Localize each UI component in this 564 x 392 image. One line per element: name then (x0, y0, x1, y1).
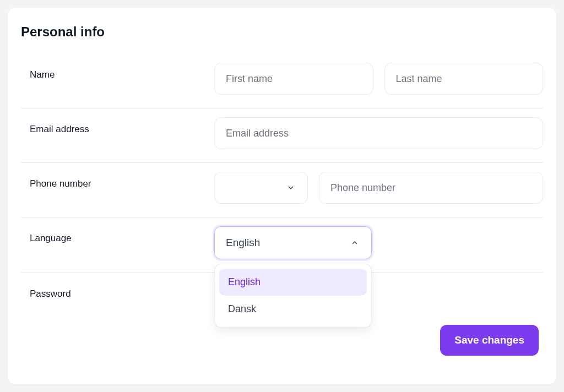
language-select[interactable]: English (214, 226, 372, 259)
email-label: Email address (30, 117, 214, 135)
phone-country-code (214, 172, 308, 204)
password-label: Password (30, 282, 214, 300)
phone-fields (214, 172, 543, 204)
language-option-english[interactable]: English (219, 269, 367, 296)
row-phone: Phone number (21, 163, 543, 217)
language-option-dansk[interactable]: Dansk (219, 296, 367, 323)
first-name-input[interactable] (214, 63, 373, 95)
language-dropdown: English Dansk (214, 264, 372, 328)
chevron-up-icon (349, 237, 360, 248)
personal-info-card: Personal info Name Email address Phone n… (8, 8, 556, 384)
row-language: Language English English Dansk (21, 217, 543, 273)
row-email: Email address (21, 108, 543, 163)
page-title: Personal info (21, 24, 543, 40)
name-fields (214, 63, 543, 95)
save-changes-button[interactable]: Save changes (440, 325, 539, 356)
row-name: Name (21, 54, 543, 108)
name-label: Name (30, 63, 214, 80)
phone-label: Phone number (30, 172, 214, 189)
chevron-down-icon (285, 182, 296, 193)
phone-input[interactable] (319, 172, 543, 204)
phone-code-select[interactable] (214, 172, 308, 204)
language-selected-value: English (226, 237, 260, 249)
email-input[interactable] (214, 117, 543, 149)
language-field: English English Dansk (214, 226, 372, 259)
language-fields: English English Dansk (214, 226, 543, 259)
last-name-input[interactable] (384, 63, 544, 95)
language-label: Language (30, 226, 214, 244)
email-fields (214, 117, 543, 149)
